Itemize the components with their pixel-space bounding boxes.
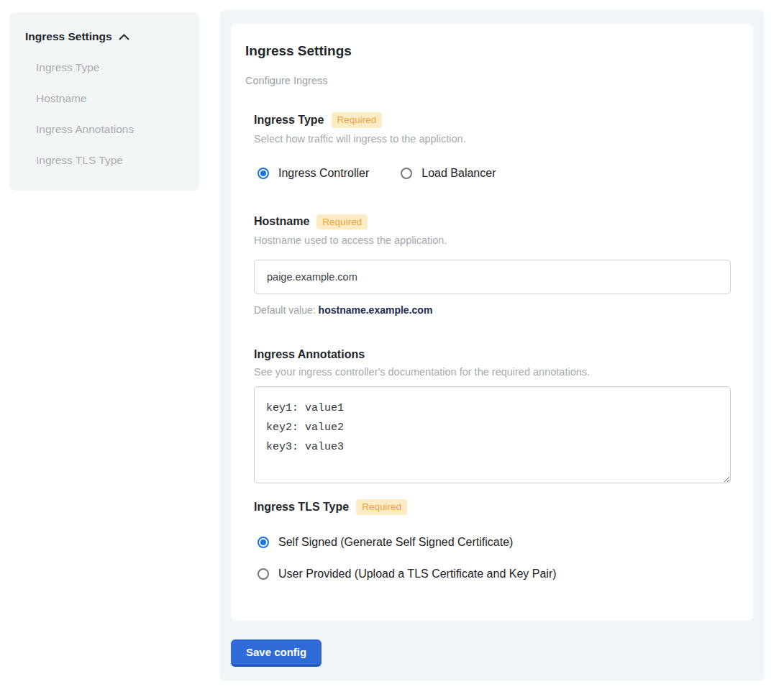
default-value-text: hostname.example.com xyxy=(319,304,433,316)
ingress-tls-type-radio-group: Self Signed (Generate Self Signed Certif… xyxy=(254,536,731,580)
hostname-label: Hostname xyxy=(254,215,309,228)
hostname-input[interactable] xyxy=(254,260,731,294)
sidebar-item-list: Ingress Type Hostname Ingress Annotation… xyxy=(25,61,183,167)
section-ingress-tls-type: Ingress TLS Type Required Self Signed (G… xyxy=(254,499,731,580)
sidebar-item-ingress-tls-type[interactable]: Ingress TLS Type xyxy=(36,154,183,167)
page-title: Ingress Settings xyxy=(245,43,731,59)
save-config-button[interactable]: Save config xyxy=(231,639,322,667)
ingress-type-label: Ingress Type xyxy=(254,114,324,127)
ingress-annotations-label: Ingress Annotations xyxy=(254,348,365,361)
sidebar-item-ingress-annotations[interactable]: Ingress Annotations xyxy=(36,123,183,136)
radio-icon xyxy=(257,568,269,580)
hostname-description: Hostname used to access the application. xyxy=(254,234,731,246)
radio-label: User Provided (Upload a TLS Certificate … xyxy=(278,568,557,580)
form-sections: Ingress Type Required Select how traffic… xyxy=(254,112,731,580)
settings-sidebar: Ingress Settings Ingress Type Hostname I… xyxy=(9,12,199,191)
required-badge: Required xyxy=(332,112,383,128)
section-ingress-annotations: Ingress Annotations See your ingress con… xyxy=(254,348,731,483)
radio-icon xyxy=(257,168,269,179)
ingress-tls-type-label: Ingress TLS Type xyxy=(254,501,349,514)
ingress-type-radio-group: Ingress Controller Load Balancer xyxy=(254,167,731,180)
sidebar-section-toggle[interactable]: Ingress Settings xyxy=(25,30,183,43)
sidebar-item-hostname[interactable]: Hostname xyxy=(36,92,183,105)
radio-self-signed[interactable]: Self Signed (Generate Self Signed Certif… xyxy=(257,536,731,549)
page-subtitle: Configure Ingress xyxy=(245,75,731,86)
required-badge: Required xyxy=(356,499,407,515)
ingress-type-description: Select how traffic will ingress to the a… xyxy=(254,133,731,145)
section-ingress-type: Ingress Type Required Select how traffic… xyxy=(254,112,731,180)
hostname-default-helper: Default value:hostname.example.com xyxy=(254,304,731,316)
radio-label: Load Balancer xyxy=(421,167,496,180)
radio-label: Ingress Controller xyxy=(278,167,369,180)
chevron-up-icon xyxy=(119,34,129,40)
section-hostname: Hostname Required Hostname used to acces… xyxy=(254,214,731,316)
required-badge: Required xyxy=(316,214,368,230)
sidebar-section-title: Ingress Settings xyxy=(25,30,112,43)
ingress-settings-panel: Ingress Settings Configure Ingress Ingre… xyxy=(219,10,765,681)
radio-load-balancer[interactable]: Load Balancer xyxy=(401,167,496,180)
ingress-settings-card: Ingress Settings Configure Ingress Ingre… xyxy=(231,24,753,621)
radio-ingress-controller[interactable]: Ingress Controller xyxy=(257,167,369,180)
default-value-label: Default value: xyxy=(254,304,316,316)
sidebar-item-ingress-type[interactable]: Ingress Type xyxy=(36,61,183,74)
radio-user-provided[interactable]: User Provided (Upload a TLS Certificate … xyxy=(257,568,731,580)
radio-label: Self Signed (Generate Self Signed Certif… xyxy=(278,536,513,549)
ingress-annotations-textarea[interactable]: key1: value1 key2: value2 key3: value3 xyxy=(254,386,731,483)
ingress-annotations-description: See your ingress controller's documentat… xyxy=(254,366,731,378)
radio-icon xyxy=(257,537,269,548)
radio-icon xyxy=(401,168,412,179)
